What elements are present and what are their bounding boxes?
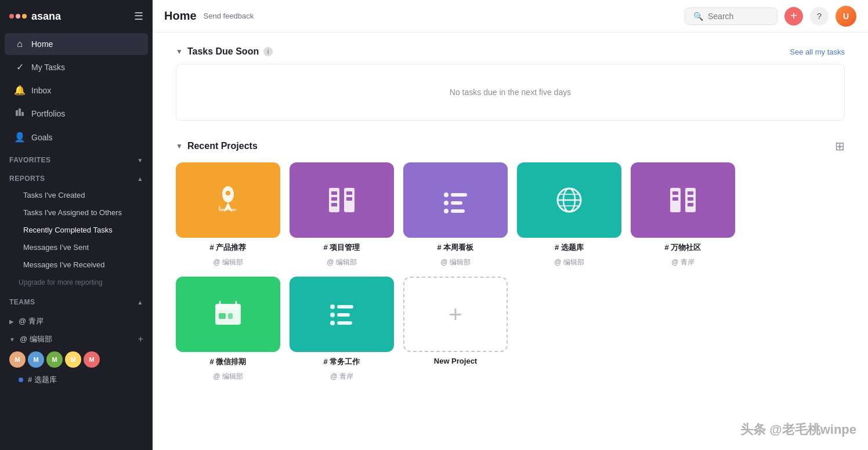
project-card-daily[interactable]: # 常务工作 @ 青岸: [290, 277, 394, 382]
logo-dot-red: [9, 14, 14, 19]
home-icon: ⌂: [14, 39, 26, 49]
project-icon-daily: [290, 277, 394, 352]
project-team-daily: @ 青岸: [330, 372, 353, 382]
sidebar-item-my-tasks[interactable]: ✓ My Tasks: [5, 56, 148, 78]
svg-rect-11: [346, 191, 352, 195]
asana-logo[interactable]: asana: [9, 10, 61, 23]
svg-rect-2: [21, 112, 24, 116]
project-name-topiclib: # 选题库: [555, 242, 584, 253]
project-name-daily: # 常务工作: [324, 357, 360, 367]
member-avatar-1: M: [9, 351, 26, 368]
tasks-due-empty-message: No tasks due in the next five days: [450, 88, 571, 97]
svg-rect-33: [219, 313, 226, 319]
project-dot-icon: [19, 378, 23, 382]
check-icon: ✓: [14, 61, 26, 72]
reports-section-header[interactable]: Reports ▲: [0, 168, 153, 186]
sidebar-item-home[interactable]: ⌂ Home: [5, 33, 148, 55]
favorites-section-header[interactable]: Favorites ▼: [0, 149, 153, 168]
tasks-due-title: Tasks Due Soon: [187, 46, 259, 57]
logo-dot-orange: [22, 14, 27, 19]
grid-layout-icon[interactable]: ⊞: [835, 139, 845, 153]
sidebar-item-inbox[interactable]: 🔔 Inbox: [5, 79, 148, 101]
project-card-wanwu[interactable]: # 万物社区 @ 青岸: [631, 162, 735, 267]
user-avatar[interactable]: U: [836, 6, 856, 27]
search-input[interactable]: [708, 12, 769, 21]
help-button[interactable]: ?: [810, 7, 829, 26]
project-team-topiclib: @ 编辑部: [554, 257, 584, 267]
svg-point-13: [444, 193, 449, 197]
sidebar-home-label: Home: [31, 39, 53, 49]
project-name-product: # 产品推荐: [210, 242, 247, 253]
svg-rect-30: [688, 203, 693, 206]
project-icon-new: +: [403, 277, 508, 352]
tasks-due-header: ▼ Tasks Due Soon i See all my tasks: [176, 46, 845, 57]
team-editorial-members: M M M M M: [0, 348, 153, 371]
project-card-product[interactable]: # 产品推荐 @ 编辑部: [176, 162, 280, 267]
sidebar-inbox-label: Inbox: [31, 86, 51, 95]
project-team-wechat: @ 编辑部: [213, 372, 243, 382]
project-icon-wanwu: [631, 162, 735, 238]
upgrade-link[interactable]: Upgrade for more reporting: [0, 274, 153, 291]
report-messages-sent[interactable]: Messages I've Sent: [5, 239, 148, 256]
project-card-new[interactable]: + New Project: [403, 277, 508, 382]
main-area: Home Send feedback 🔍 + ? U ▼ Tasks Due S…: [153, 0, 868, 450]
project-name-weekboard: # 本周看板: [437, 242, 474, 253]
svg-point-37: [330, 304, 335, 309]
team-editorial-row[interactable]: ▼ @ 编辑部 +: [0, 331, 153, 348]
report-tasks-created[interactable]: Tasks I've Created: [5, 187, 148, 204]
svg-point-15: [444, 201, 449, 205]
svg-rect-26: [672, 191, 678, 195]
reports-chevron-icon: ▲: [138, 176, 143, 182]
sidebar-item-goals[interactable]: 👤 Goals: [5, 126, 148, 148]
project-team-product: @ 编辑部: [213, 257, 243, 267]
svg-point-5: [226, 191, 230, 195]
reports-sub-items: Tasks I've Created Tasks I've Assigned t…: [0, 186, 153, 291]
report-recently-completed[interactable]: Recently Completed Tasks: [5, 222, 148, 238]
logo-dots: [9, 14, 27, 19]
teams-list: ▶ @ 青岸 ▼ @ 编辑部 + M M M M M # 选题库: [0, 312, 153, 389]
search-icon: 🔍: [693, 12, 703, 21]
svg-rect-1: [19, 108, 21, 116]
sidebar: asana ☰ ⌂ Home ✓ My Tasks 🔔 Inbox Port: [0, 0, 153, 450]
teams-section-header[interactable]: Teams ▲: [0, 291, 153, 310]
topbar-left: Home Send feedback: [164, 9, 254, 23]
teams-label: Teams: [9, 298, 35, 306]
project-name-wechat: # 微信排期: [210, 357, 247, 367]
svg-rect-38: [337, 305, 353, 309]
tasks-due-info-icon[interactable]: i: [263, 47, 273, 56]
recent-projects-header: ▼ Recent Projects ⊞: [176, 139, 845, 153]
goals-icon: 👤: [14, 132, 26, 143]
logo-text: asana: [31, 10, 61, 23]
sidebar-project-xuantiku[interactable]: # 选题库: [0, 371, 153, 389]
project-card-wechat[interactable]: # 微信排期 @ 编辑部: [176, 277, 280, 382]
team-editorial-left: ▼ @ 编辑部: [9, 334, 52, 344]
project-team-wanwu: @ 青岸: [671, 257, 695, 267]
add-team-member-icon[interactable]: +: [138, 334, 143, 344]
project-card-projmgmt[interactable]: # 项目管理 @ 编辑部: [290, 162, 394, 267]
svg-rect-18: [451, 209, 465, 213]
portfolios-icon: [14, 108, 26, 119]
project-card-topiclib[interactable]: # 选题库 @ 编辑部: [517, 162, 621, 267]
sidebar-goals-label: Goals: [31, 133, 53, 142]
search-box[interactable]: 🔍: [685, 8, 777, 25]
favorites-chevron-icon: ▼: [138, 157, 143, 164]
team-qingian[interactable]: ▶ @ 青岸: [0, 312, 153, 331]
svg-rect-28: [688, 191, 693, 195]
sidebar-nav: ⌂ Home ✓ My Tasks 🔔 Inbox Portfolios 👤 G…: [0, 32, 153, 149]
svg-rect-8: [331, 191, 337, 195]
sidebar-toggle-icon[interactable]: ☰: [134, 10, 143, 23]
project-icon-product: [176, 162, 280, 238]
report-messages-received[interactable]: Messages I've Received: [5, 256, 148, 273]
report-tasks-assigned[interactable]: Tasks I've Assigned to Others: [5, 204, 148, 221]
svg-rect-12: [346, 197, 352, 201]
team-editorial-name: @ 编辑部: [20, 334, 52, 344]
svg-rect-16: [451, 201, 462, 205]
add-button[interactable]: +: [784, 7, 803, 26]
send-feedback-link[interactable]: Send feedback: [204, 12, 254, 20]
page-title: Home: [164, 9, 197, 23]
recent-projects-chevron-icon: ▼: [176, 142, 183, 150]
project-card-weekboard[interactable]: # 本周看板 @ 编辑部: [403, 162, 508, 267]
see-all-tasks-link[interactable]: See all my tasks: [790, 48, 845, 56]
teams-chevron-icon: ▲: [138, 299, 143, 306]
sidebar-item-portfolios[interactable]: Portfolios: [5, 102, 148, 125]
